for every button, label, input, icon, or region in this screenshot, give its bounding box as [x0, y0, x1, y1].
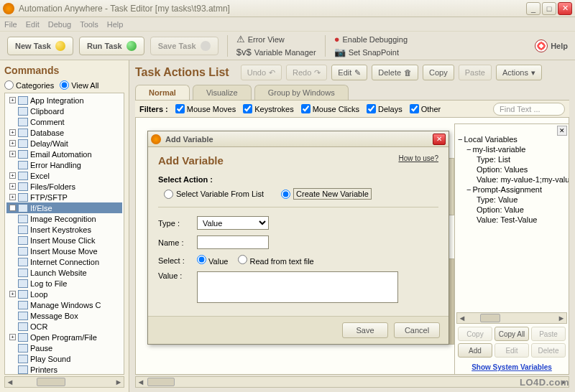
panel-close-button[interactable]: ✕ — [557, 126, 567, 136]
find-text-input[interactable]: Find Text ... — [493, 103, 565, 116]
var-copy-button[interactable]: Copy — [458, 327, 492, 341]
variable-manager-link[interactable]: $v$Variable Manager — [236, 47, 316, 58]
expand-icon[interactable]: + — [9, 291, 16, 297]
type-select[interactable]: Value — [197, 216, 269, 230]
command-item[interactable]: +Log to File — [6, 278, 122, 289]
menu-help[interactable]: Help — [107, 20, 124, 29]
command-item[interactable]: +Email Automation — [6, 149, 122, 159]
filter-keystrokes[interactable]: Keystrokes — [243, 104, 293, 113]
command-item[interactable]: +Insert Mouse Click — [6, 235, 122, 246]
content-scrollbar[interactable]: ◄ ► — [135, 376, 569, 388]
command-item[interactable]: +FTP/SFTP — [6, 192, 122, 202]
dialog-close-button[interactable]: ✕ — [433, 134, 446, 145]
var-paste-button[interactable]: Paste — [531, 327, 566, 341]
radio-create-new[interactable]: Create New Variable — [281, 188, 372, 200]
command-item[interactable]: +Loop — [6, 289, 122, 299]
var-add-button[interactable]: Add — [458, 343, 492, 358]
how-to-use-link[interactable]: How to use? — [398, 154, 438, 162]
command-item[interactable]: +Database — [6, 127, 122, 138]
command-item[interactable]: +Manage Windows C — [6, 299, 122, 310]
command-item[interactable]: +Comment — [6, 116, 122, 127]
paste-button[interactable]: Paste — [459, 65, 492, 80]
tab-group[interactable]: Group by Windows — [254, 85, 349, 100]
menu-file[interactable]: File — [4, 20, 17, 29]
varpanel-scrollbar[interactable]: ◄ ► — [456, 312, 567, 324]
command-item[interactable]: +Pause — [6, 342, 122, 353]
edit-button[interactable]: Edit ✎ — [331, 65, 367, 80]
command-item[interactable]: +Launch Website — [6, 267, 122, 278]
filter-mouse-clicks[interactable]: Mouse Clicks — [301, 104, 359, 113]
radio-select-from-list[interactable]: Select Variable From List — [164, 188, 264, 200]
cancel-button[interactable]: Cancel — [394, 322, 440, 338]
scroll-thumb[interactable] — [37, 378, 65, 386]
command-item[interactable]: +Insert Mouse Move — [6, 246, 122, 256]
command-item[interactable]: +Error Handling — [6, 159, 122, 170]
tab-normal[interactable]: Normal — [135, 85, 190, 100]
scroll-left-icon[interactable]: ◄ — [5, 377, 15, 387]
var-copyall-button[interactable]: Copy All — [494, 327, 529, 341]
scroll-right-icon[interactable]: ► — [556, 313, 566, 323]
undo-button[interactable]: Undo ↶ — [241, 65, 282, 80]
enable-debugging-link[interactable]: ●Enable Debugging — [334, 34, 408, 45]
collapse-icon[interactable]: − — [466, 185, 471, 194]
actions-button[interactable]: Actions ▾ — [496, 65, 542, 80]
menu-tools[interactable]: Tools — [80, 20, 98, 29]
command-item[interactable]: +Excel — [6, 170, 122, 181]
var-edit-button[interactable]: Edit — [494, 343, 529, 358]
redo-button[interactable]: Redo ↷ — [286, 65, 327, 80]
menu-edit[interactable]: Edit — [26, 20, 40, 29]
expand-icon[interactable]: + — [9, 129, 16, 136]
scroll-thumb[interactable] — [147, 378, 175, 386]
save-task-button[interactable]: Save Task — [150, 37, 218, 55]
commands-tree[interactable]: +App Integration+Clipboard+Comment+Datab… — [4, 93, 124, 375]
radio-view-all[interactable]: View All — [60, 80, 98, 90]
var-delete-button[interactable]: Delete — [531, 343, 566, 358]
radio-read-file[interactable]: Read from text file — [238, 255, 313, 266]
variable-tree[interactable]: −Local Variables −my-list-variable Type:… — [455, 124, 569, 312]
collapse-icon[interactable]: − — [458, 135, 462, 144]
scroll-right-icon[interactable]: ► — [114, 377, 124, 387]
scroll-left-icon[interactable]: ◄ — [457, 313, 467, 323]
expand-icon[interactable]: + — [9, 334, 16, 340]
expand-icon[interactable]: + — [9, 151, 16, 157]
expand-icon[interactable]: + — [9, 194, 16, 200]
delete-button[interactable]: Delete 🗑 — [372, 65, 418, 80]
collapse-icon[interactable]: − — [466, 145, 471, 154]
name-input[interactable] — [197, 235, 269, 249]
scroll-left-icon[interactable]: ◄ — [136, 377, 146, 387]
dialog-titlebar[interactable]: Add Variable ✕ — [148, 131, 448, 147]
command-item[interactable]: +Insert Keystrokes — [6, 224, 122, 235]
command-item[interactable]: +OCR — [6, 321, 122, 332]
close-button[interactable]: ✕ — [558, 2, 572, 15]
commands-scrollbar[interactable]: ◄ ► — [4, 376, 124, 388]
show-system-variables-link[interactable]: Show System Variables — [455, 360, 569, 374]
command-item[interactable]: +App Integration — [6, 95, 122, 106]
command-item[interactable]: +Delay/Wait — [6, 138, 122, 149]
filter-delays[interactable]: Delays — [367, 104, 402, 113]
expand-icon[interactable]: + — [9, 205, 16, 211]
run-task-button[interactable]: Run Task — [79, 37, 144, 55]
command-item[interactable]: +If/Else — [6, 202, 122, 213]
radio-categories[interactable]: Categories — [4, 80, 54, 90]
command-item[interactable]: +Internet Connection — [6, 256, 122, 267]
filter-other[interactable]: Other — [410, 104, 441, 113]
scroll-thumb[interactable] — [480, 314, 500, 322]
menu-debug[interactable]: Debug — [48, 20, 71, 29]
maximize-button[interactable]: □ — [542, 2, 556, 15]
command-item[interactable]: +Open Program/File — [6, 332, 122, 342]
copy-button[interactable]: Copy — [423, 65, 454, 80]
expand-icon[interactable]: + — [9, 97, 16, 103]
expand-icon[interactable]: + — [9, 172, 16, 179]
error-view-link[interactable]: ⚠Error View — [236, 34, 316, 45]
minimize-button[interactable]: _ — [526, 2, 540, 15]
expand-icon[interactable]: + — [9, 140, 16, 146]
tab-visualize[interactable]: Visualize — [193, 85, 252, 100]
command-item[interactable]: +Files/Folders — [6, 181, 122, 192]
command-item[interactable]: +Play Sound — [6, 353, 122, 364]
set-snappoint-link[interactable]: 📷Set SnapPoint — [334, 47, 408, 58]
radio-value[interactable]: Value — [197, 255, 228, 266]
value-textarea[interactable] — [197, 271, 398, 303]
help-button[interactable]: Help — [535, 39, 568, 52]
command-item[interactable]: +Clipboard — [6, 106, 122, 116]
new-task-button[interactable]: New Task — [7, 37, 73, 55]
